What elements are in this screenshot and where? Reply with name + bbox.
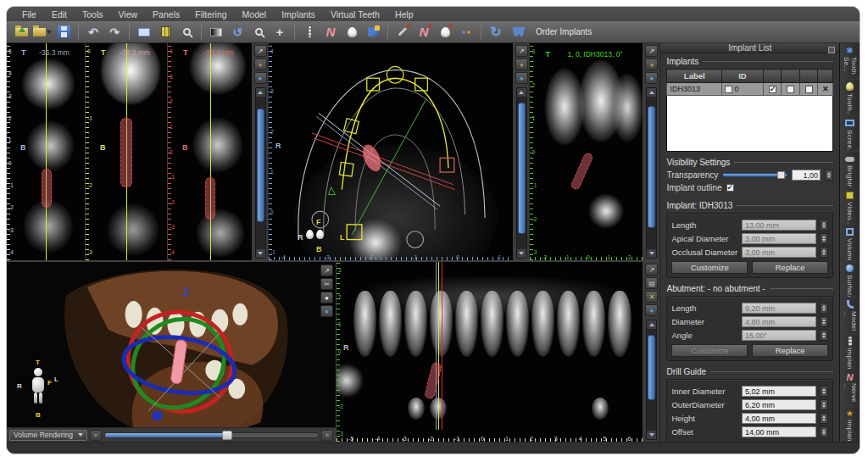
implant-outline[interactable] — [424, 361, 442, 400]
orientation-button[interactable]: ● — [645, 304, 658, 316]
scroll-up-button[interactable] — [647, 320, 656, 329]
length-stepper[interactable] — [820, 220, 828, 231]
menu-item[interactable]: Tools — [75, 8, 110, 20]
scroll-down-button[interactable] — [647, 431, 656, 439]
inner-diameter-stepper[interactable] — [820, 386, 828, 397]
orientation-button[interactable]: ● — [645, 72, 658, 84]
transparency-value-field[interactable]: 1,00 — [792, 170, 821, 181]
menu-item[interactable]: Model — [236, 8, 274, 20]
render-mode-dropdown[interactable]: Volume Rendering — [9, 430, 87, 441]
pan-button[interactable]: + — [270, 23, 289, 42]
abutment-angle-field[interactable]: 15,00° — [742, 330, 816, 341]
scroll-up-button[interactable] — [647, 88, 656, 97]
customize-abutment-button[interactable]: Customize — [671, 344, 748, 357]
height-field[interactable]: 4,00 mm — [742, 413, 816, 424]
slice-plane-line-red[interactable] — [442, 262, 442, 430]
offset-field[interactable]: 14,00 mm — [742, 426, 816, 437]
outer-diameter-stepper[interactable] — [820, 399, 828, 410]
slice-settings-button[interactable]: ● — [254, 58, 267, 70]
menu-item[interactable]: Virtual Teeth — [324, 8, 387, 20]
delete-implant-button[interactable]: ✕ — [818, 83, 833, 96]
visibility-cell[interactable] — [763, 83, 782, 96]
order-implants-button[interactable] — [508, 23, 530, 42]
scroll-up-button[interactable] — [517, 88, 526, 97]
order-implants-label[interactable]: Order Implants — [536, 27, 592, 36]
panoramic-viewport[interactable]: T R 3210-1-2-3 -5-4-3-2-10123456 — [337, 262, 643, 442]
menu-item[interactable]: View — [112, 8, 145, 20]
implant-list-empty-area[interactable] — [666, 96, 833, 152]
points-tool-button[interactable] — [457, 23, 476, 42]
implant-cross-section[interactable] — [570, 152, 595, 191]
skull-view-button[interactable]: ● — [320, 292, 333, 303]
menu-item[interactable]: Implants — [275, 8, 322, 20]
redo-button[interactable]: ↷ — [105, 23, 124, 42]
export-view-button[interactable]: ↗ — [254, 45, 267, 57]
pin-icon[interactable] — [828, 47, 835, 53]
menu-item[interactable]: Help — [388, 8, 420, 20]
slice-settings-button[interactable]: ● — [645, 58, 658, 70]
orientation-button[interactable]: ● — [320, 305, 333, 317]
axial-scrollbar[interactable] — [516, 87, 527, 259]
scrollbar-handle[interactable] — [518, 103, 526, 234]
menu-item[interactable]: File — [15, 8, 43, 20]
export-view-button[interactable]: ↗ — [320, 264, 333, 276]
apical-diameter-field[interactable]: 3,00 mm — [742, 233, 816, 244]
slice-indicator-line[interactable] — [210, 43, 211, 260]
scrollbar-handle[interactable] — [648, 335, 655, 400]
tab-model[interactable]: Model ... — [840, 298, 860, 334]
tooth-tool-button[interactable] — [342, 23, 361, 42]
slider-handle[interactable] — [777, 171, 785, 179]
tab-implant[interactable]: Implan... — [840, 334, 860, 370]
implant-row[interactable]: IDH3013 0 ✕ — [667, 83, 833, 96]
scan-tool-button[interactable] — [364, 23, 382, 42]
slider-handle[interactable] — [222, 431, 232, 440]
reset-view-button[interactable]: ↻ — [487, 23, 505, 42]
abutment-diameter-stepper[interactable] — [820, 316, 828, 327]
slice-plane-line-blue[interactable] — [436, 262, 437, 430]
tab-nerve[interactable]: NNerve ... — [840, 370, 860, 406]
rotate-view-button[interactable]: ↺ — [228, 23, 247, 42]
implant-outline-checkbox[interactable] — [726, 184, 734, 192]
orientation-button[interactable]: ● — [515, 72, 528, 84]
scrollbar-track[interactable] — [648, 329, 655, 431]
save-button[interactable] — [54, 23, 73, 42]
customize-implant-button[interactable]: Customize — [671, 261, 748, 274]
cross-slice-viewport-2[interactable]: 0-1-2-3 T -34.3 mm B — [86, 43, 168, 260]
cross-scrollbar[interactable] — [646, 87, 657, 259]
implant-cross-section[interactable] — [42, 169, 52, 208]
scroll-down-button[interactable] — [647, 249, 656, 258]
tab-tooth[interactable]: Tooth... — [840, 80, 860, 116]
column-visibility[interactable] — [763, 70, 782, 83]
zoom-mode-button[interactable] — [249, 23, 268, 42]
contrast-button[interactable] — [207, 23, 225, 42]
clip-button[interactable]: ✂ — [320, 278, 333, 290]
outer-diameter-field[interactable]: 6,20 mm — [742, 399, 816, 410]
volume-3d-canvas[interactable]: 1 T R F L B ↗ ✂ — [7, 262, 336, 427]
cross-section-viewport[interactable]: T 1, 0, IDH3013, 0° 3210-1-2-3 -2-1012 — [530, 43, 643, 260]
apical-diameter-stepper[interactable] — [820, 233, 828, 244]
add-tooth-button[interactable] — [436, 23, 454, 42]
tab-brightness[interactable]: Brightne... — [840, 152, 860, 188]
tab-screenshot[interactable]: Scree... — [840, 116, 860, 153]
axial-viewport[interactable]: R F R L B 43210-1 -4-3-2-101 — [269, 43, 514, 260]
implant-id-cell[interactable]: 0 — [722, 83, 764, 96]
export-view-button[interactable]: ↗ — [645, 45, 658, 57]
menu-item[interactable]: Filtering — [188, 8, 233, 20]
tab-tooth-segmentation[interactable]: ✱Tooth Se... — [840, 43, 860, 80]
scroll-down-button[interactable] — [256, 249, 265, 258]
id-checkbox[interactable] — [725, 86, 732, 93]
inner-diameter-field[interactable]: 5,02 mm — [742, 386, 816, 397]
orientation-mannequin[interactable] — [29, 368, 47, 405]
ruler-button[interactable]: ▤ — [645, 277, 658, 289]
pano-scrollbar[interactable] — [646, 320, 657, 440]
tab-implant-2[interactable]: Implan... — [840, 406, 860, 442]
abutment-cell[interactable] — [782, 83, 800, 96]
collapse-left-button[interactable]: « — [90, 430, 102, 441]
abutment-length-stepper[interactable] — [820, 303, 828, 314]
orientation-button[interactable]: ● — [254, 72, 267, 84]
export-view-button[interactable]: ↗ — [515, 45, 528, 57]
occlusal-diameter-field[interactable]: 3,00 mm — [742, 247, 816, 258]
offset-stepper[interactable] — [820, 426, 828, 437]
import-button[interactable] — [12, 23, 31, 42]
open-button[interactable] — [33, 23, 52, 42]
